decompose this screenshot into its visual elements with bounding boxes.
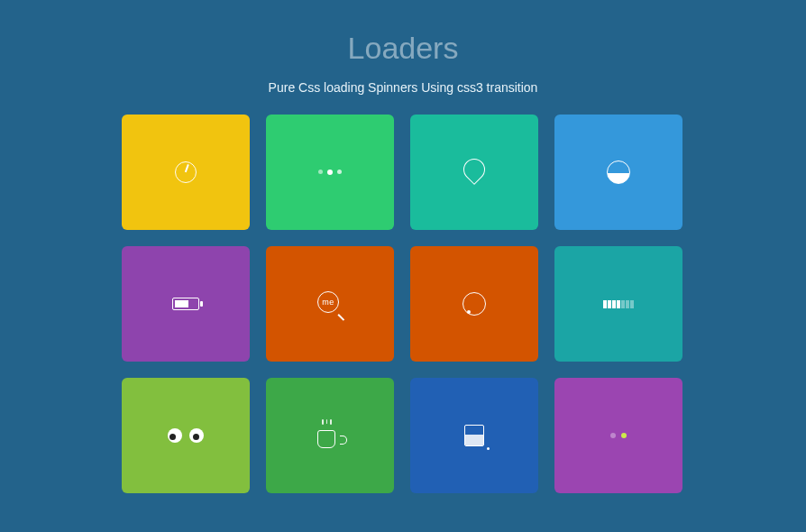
glass-icon	[464, 425, 484, 446]
page-title: Loaders	[0, 0, 806, 66]
half-circle-loader-card[interactable]	[554, 115, 682, 230]
pin-loader-card[interactable]	[410, 115, 538, 230]
two-dots-icon	[610, 433, 627, 438]
loader-grid: me	[122, 115, 684, 493]
two-dots-loader-card[interactable]	[554, 378, 682, 493]
magnifier-icon: me	[317, 291, 343, 316]
three-dots-loader-card[interactable]	[266, 115, 394, 230]
eyes-icon	[168, 428, 204, 443]
three-dots-icon	[318, 170, 342, 175]
clock-icon	[175, 161, 197, 183]
battery-loader-card[interactable]	[122, 246, 250, 362]
coffee-mug-icon	[317, 423, 343, 448]
magnifier-label: me	[322, 298, 334, 307]
glass-fill-loader-card[interactable]	[410, 378, 538, 493]
magnifier-loader-card[interactable]: me	[266, 246, 394, 362]
segment-bar-loader-card[interactable]	[554, 246, 682, 362]
page-subtitle: Pure Css loading Spinners Using css3 tra…	[0, 80, 806, 95]
eyes-loader-card[interactable]	[122, 378, 250, 493]
segment-bar-icon	[603, 300, 634, 308]
coffee-loader-card[interactable]	[266, 378, 394, 493]
battery-icon	[172, 298, 199, 310]
orbit-dot-loader-card[interactable]	[410, 246, 538, 362]
pin-icon	[459, 154, 490, 185]
orbit-dot-icon	[463, 292, 486, 316]
half-circle-icon	[607, 161, 630, 184]
clock-loader-card[interactable]	[122, 115, 250, 230]
